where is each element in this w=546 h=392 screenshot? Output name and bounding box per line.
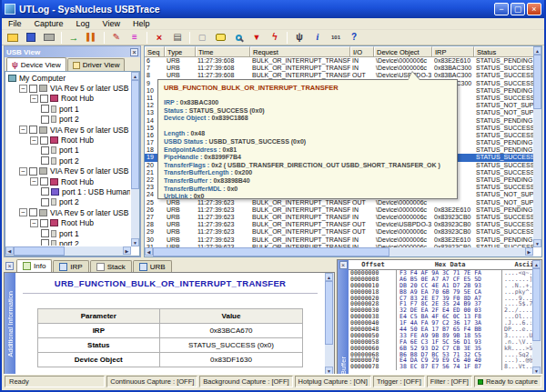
scroll-right-icon[interactable]: ▶ — [123, 246, 131, 255]
scroll-down-icon[interactable]: ▼ — [131, 238, 139, 246]
scroll-right-icon[interactable]: ▶ — [525, 247, 533, 256]
tree-item[interactable]: port 2 — [6, 115, 130, 125]
tree-item[interactable]: port 2 — [6, 238, 130, 246]
trigger-button[interactable]: ϟ — [267, 31, 283, 45]
checkbox[interactable] — [29, 167, 37, 176]
tab-urb[interactable]: URB — [133, 260, 172, 272]
table-row[interactable]: 30URB11:27:39:623BULK_OR_INTERRUPT_TRANS… — [145, 236, 533, 244]
minimize-button[interactable]: − — [494, 3, 509, 15]
hex-vertical-scrollbar[interactable]: ▲ ▼ — [532, 260, 541, 375]
tree-item[interactable]: port 2 — [6, 156, 130, 166]
column-header-status[interactable]: Status — [474, 46, 541, 56]
checkbox[interactable] — [29, 126, 37, 134]
table-row[interactable]: 6URB11:27:39:608BULK_OR_INTERRUPT_TRANSF… — [145, 57, 533, 65]
tree-item[interactable]: −Root Hub — [6, 94, 130, 104]
menu-item-view[interactable]: View — [96, 19, 126, 28]
scroll-up-icon[interactable]: ▲ — [533, 46, 541, 55]
column-header-io[interactable]: I/O — [350, 46, 374, 56]
annotate-button[interactable]: ✎ — [108, 31, 125, 45]
tree-item[interactable]: −Root Hub — [6, 217, 130, 227]
tree-item[interactable]: −VIA Rev 5 or later USB Universal Host C — [6, 83, 130, 93]
tab-stack[interactable]: Stack — [90, 260, 132, 272]
column-header-irp[interactable]: IRP — [432, 46, 474, 56]
tab-irp[interactable]: IRP — [53, 260, 88, 272]
device-info-button[interactable]: i — [309, 31, 326, 45]
usb-tree-button[interactable]: ψ — [291, 31, 308, 45]
close-button[interactable]: × — [527, 3, 541, 15]
usb-view-close-icon[interactable]: × — [130, 48, 138, 56]
menu-item-file[interactable]: File — [2, 19, 28, 28]
checkbox[interactable] — [41, 105, 49, 113]
expander-icon[interactable]: − — [19, 167, 27, 176]
scroll-thumb[interactable] — [153, 247, 389, 256]
column-header-seq[interactable]: Seq — [145, 46, 165, 56]
info-vertical-scrollbar[interactable]: ▲ ▼ — [325, 273, 334, 375]
tree-item[interactable]: port 1 — [6, 104, 130, 114]
table-row[interactable]: 27URB11:27:39:623BULK_OR_INTERRUPT_TRANS… — [145, 214, 533, 221]
tab-driver-view[interactable]: Driver View — [67, 58, 126, 71]
checkbox[interactable] — [40, 219, 48, 227]
scroll-thumb[interactable] — [131, 80, 139, 189]
menu-item-help[interactable]: Help — [126, 19, 157, 28]
checkbox[interactable] — [40, 177, 48, 186]
tooltip-toggle-button[interactable] — [212, 31, 228, 45]
tree-vertical-scrollbar[interactable]: ▲ ▼ — [131, 72, 139, 246]
scroll-left-icon[interactable]: ◀ — [145, 247, 153, 256]
scroll-thumb[interactable] — [532, 268, 541, 341]
checkbox[interactable] — [40, 95, 48, 103]
checkbox[interactable] — [41, 116, 49, 124]
checkbox[interactable] — [41, 229, 49, 237]
tree-item[interactable]: −Root Hub — [6, 135, 130, 145]
tree-item[interactable]: −VIA Rev 5 or later USB Universal Host C — [6, 125, 130, 135]
save-log-button[interactable] — [23, 31, 39, 45]
tab-device-view[interactable]: ψDevice View — [6, 57, 66, 71]
checkbox[interactable] — [40, 136, 48, 145]
tree-item[interactable]: My Computer — [6, 73, 130, 83]
checkbox[interactable] — [41, 198, 49, 206]
scroll-left-icon[interactable]: ◀ — [5, 246, 14, 255]
scroll-up-icon[interactable]: ▲ — [325, 273, 333, 281]
expander-icon[interactable]: − — [30, 219, 38, 227]
info-panel-close-icon[interactable]: × — [5, 262, 14, 270]
checkbox[interactable] — [41, 146, 49, 155]
buffer-panel-close-icon[interactable]: × — [339, 261, 348, 269]
open-log-button[interactable] — [5, 31, 21, 45]
tree-item[interactable]: port 1 — [6, 146, 130, 156]
column-header-request[interactable]: Request — [250, 46, 350, 56]
raw-view-button[interactable]: 101 — [328, 31, 344, 45]
detail-pane-button[interactable]: ▢ — [194, 31, 210, 45]
menu-item-capture[interactable]: Capture — [28, 19, 70, 28]
tab-info[interactable]: Info — [16, 259, 52, 272]
expander-icon[interactable]: − — [19, 85, 27, 93]
start-capture-button[interactable]: → — [66, 31, 82, 45]
filter-button[interactable]: ▼ — [248, 31, 265, 45]
scroll-up-icon[interactable]: ▲ — [131, 72, 139, 80]
log-vertical-scrollbar[interactable]: ▲ ▼ — [533, 46, 541, 247]
expander-icon[interactable]: − — [30, 95, 38, 103]
column-header-deviceobject[interactable]: Device Object — [374, 46, 432, 56]
column-header-time[interactable]: Time — [196, 46, 250, 56]
checkbox[interactable] — [41, 156, 49, 165]
print-button[interactable]: ▤ — [169, 31, 186, 45]
find-button[interactable] — [230, 31, 247, 45]
pause-capture-button[interactable]: ▌▌ — [84, 31, 100, 45]
tree-item[interactable]: port 1 : USB Human Interface D — [6, 186, 130, 196]
scroll-up-icon[interactable]: ▲ — [532, 260, 541, 268]
tree-item[interactable]: −Root Hub — [6, 176, 130, 186]
table-row[interactable]: 7URB11:27:39:608BULK_OR_INTERRUPT_TRANSF… — [145, 65, 533, 72]
scroll-down-icon[interactable]: ▼ — [533, 239, 541, 247]
checkbox[interactable] — [41, 187, 49, 196]
checkbox[interactable] — [29, 208, 37, 216]
checkbox[interactable] — [41, 239, 49, 246]
maximize-button[interactable]: ▢ — [511, 3, 525, 15]
log-horizontal-scrollbar[interactable]: ◀ ▶ — [145, 247, 533, 256]
table-row[interactable]: 26URB11:27:39:623BULK_OR_INTERRUPT_TRANS… — [145, 206, 533, 214]
tree-item[interactable]: port 1 — [6, 228, 130, 238]
expander-icon[interactable]: − — [30, 136, 38, 145]
scroll-thumb[interactable] — [533, 55, 541, 109]
tree-item[interactable]: −VIA Rev 5 or later USB Universal Host C — [6, 166, 130, 176]
expander-icon[interactable]: − — [19, 208, 27, 216]
scroll-thumb[interactable] — [325, 281, 333, 345]
table-row[interactable]: 28URB11:27:39:623BULK_OR_INTERRUPT_TRANS… — [145, 221, 533, 228]
clear-log-button[interactable]: × — [151, 31, 167, 45]
